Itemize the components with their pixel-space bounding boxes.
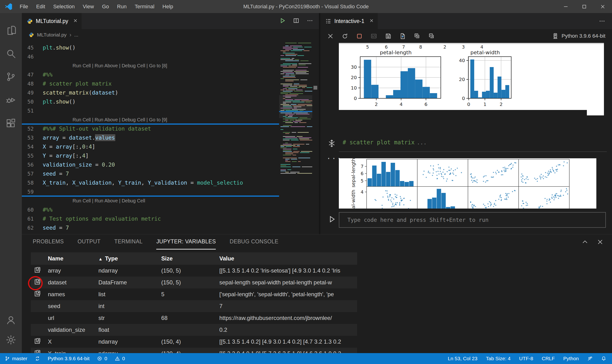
code-line: 46 [22, 52, 279, 61]
tab-interactive-1[interactable]: Interactive-1 [320, 13, 378, 29]
vscode-logo [4, 2, 13, 11]
variable-value: 0.2 [219, 326, 357, 333]
export-icon[interactable] [399, 33, 406, 39]
collapse-all-icon[interactable] [428, 33, 435, 39]
close-panel-icon[interactable] [597, 239, 603, 245]
maximize-icon[interactable] [575, 0, 594, 13]
open-in-data-viewer-icon[interactable] [34, 266, 41, 275]
tab-close-icon[interactable] [369, 18, 374, 24]
menu-terminal[interactable]: Terminal [131, 0, 158, 13]
panel-tab-debug-console[interactable]: DEBUG CONSOLE [229, 234, 278, 249]
variable-row-x_train[interactable]: X_trainndarray(120, 4)[[6.3 2.9 4.0 1.0]… [31, 348, 357, 353]
editor-tab-bar: MLTutorial.py [22, 13, 319, 29]
code-input[interactable] [339, 212, 606, 228]
interrupt-icon[interactable] [356, 33, 363, 39]
status-ln-53-col-23[interactable]: Ln 53, Col 23 [448, 356, 477, 361]
breadcrumb-file: MLTutorial.py [37, 32, 67, 38]
variable-value: https://raw.githubusercontent.com/jbrown… [219, 315, 357, 321]
run-python-file-icon[interactable] [279, 17, 286, 25]
code-line: 52#%%# Split-out validation dataset [22, 124, 279, 133]
variable-name: seed [48, 303, 98, 310]
variable-name: array [48, 267, 98, 274]
breadcrumb[interactable]: MLTutorial.py › ... [22, 29, 319, 40]
expand-all-icon[interactable] [414, 33, 421, 39]
svg-text:1: 1 [483, 102, 487, 107]
menu-run[interactable]: Run [113, 0, 131, 13]
codelens-row[interactable]: Run Cell | Run Above | Debug Cell | Go t… [22, 61, 279, 70]
window-title: MLTutorial.py - PyCon2019Booth - Visual … [243, 3, 369, 10]
tab-close-icon[interactable] [73, 18, 78, 24]
status-crlf[interactable]: CRLF [542, 356, 555, 361]
variable-row-array[interactable]: arrayndarray(150, 5)[[5.1 3.5 1.4 0.2 'I… [31, 265, 357, 276]
plot-stack-corner [587, 100, 604, 116]
open-in-data-viewer-icon[interactable] [34, 349, 41, 353]
status-sync[interactable] [35, 356, 40, 361]
restart-icon[interactable] [341, 33, 348, 39]
account-icon[interactable] [0, 310, 22, 330]
panel-tab-problems[interactable]: PROBLEMS [33, 234, 64, 249]
svg-text:petal-length: petal-length [380, 50, 412, 55]
save-icon[interactable] [385, 33, 392, 39]
variable-row-names[interactable]: nameslist5['sepal-length', 'sepal-width'… [31, 288, 357, 300]
status-python-3.9.6-64-bit[interactable]: Python 3.9.6 64-bit [48, 356, 89, 361]
open-in-data-viewer-icon[interactable] [34, 338, 41, 346]
codelens-row[interactable]: Run Cell | Run Above | Debug Cell [22, 196, 279, 205]
status-bell[interactable] [601, 356, 606, 361]
variable-row-dataset[interactable]: datasetDataFrame(150, 5)sepal-length sep… [31, 276, 357, 288]
close-window-icon[interactable] [594, 0, 612, 13]
status-python[interactable]: Python [563, 356, 579, 361]
svg-text:sepal-length: sepal-length [350, 158, 356, 187]
open-in-data-viewer-icon[interactable] [34, 290, 41, 299]
status-feedback[interactable] [587, 356, 593, 361]
column-header-name[interactable]: Name [48, 255, 98, 262]
more-actions-icon[interactable] [599, 13, 612, 29]
maximize-panel-icon[interactable] [582, 239, 588, 245]
column-header-value[interactable]: Value [219, 255, 357, 262]
status-utf-8[interactable]: UTF-8 [519, 356, 533, 361]
tab-mltutorial[interactable]: MLTutorial.py [22, 13, 81, 29]
more-actions-icon[interactable] [306, 17, 313, 25]
menu-file[interactable]: File [16, 0, 32, 13]
kernel-selector[interactable]: Python 3.9.6 64-bit [552, 33, 612, 39]
explorer-icon[interactable] [0, 19, 22, 42]
column-header-type[interactable]: ▲Type [98, 255, 161, 262]
minimize-icon[interactable] [557, 0, 575, 13]
close-icon[interactable] [327, 33, 334, 39]
menu-edit[interactable]: Edit [32, 0, 49, 13]
variable-row-x[interactable]: Xndarray(150, 4)[[5.1 3.5 1.4 0.2] [4.9 … [31, 336, 357, 348]
search-icon[interactable] [0, 42, 22, 65]
variable-row-url[interactable]: urlstr68https://raw.githubusercontent.co… [31, 312, 357, 324]
panel-tab-terminal[interactable]: TERMINAL [114, 234, 143, 249]
code-line: 45plt.show() [22, 43, 279, 52]
menu-go[interactable]: Go [98, 0, 113, 13]
code-editor[interactable]: 45plt.show()46Run Cell | Run Above | Deb… [22, 40, 279, 234]
code-line: 55Y = array[:,4] [22, 151, 279, 160]
svg-text:3: 3 [462, 44, 465, 50]
source-control-icon[interactable] [0, 65, 22, 88]
menu-view[interactable]: View [79, 0, 98, 13]
extensions-icon[interactable] [0, 112, 22, 135]
editor-scrollbar[interactable] [312, 40, 319, 234]
status-tab-size-4[interactable]: Tab Size: 4 [486, 356, 510, 361]
code-line: 62seed = 7 [22, 223, 279, 232]
code-line: 48# scatter plot matrix [22, 79, 279, 88]
run-and-debug-icon[interactable] [0, 88, 22, 112]
menu-selection[interactable]: Selection [49, 0, 79, 13]
variable-row-seed[interactable]: seedint7 [31, 300, 357, 312]
settings-icon[interactable] [0, 330, 22, 350]
codelens-row[interactable]: Run Cell | Run Above | Debug Cell | Go t… [22, 115, 279, 124]
column-header-size[interactable]: Size [161, 255, 219, 262]
panel-tab-output[interactable]: OUTPUT [78, 234, 101, 249]
status-0[interactable]: 0 [97, 356, 107, 361]
split-editor-icon[interactable] [293, 17, 299, 25]
menu-help[interactable]: Help [158, 0, 177, 13]
editor-actions [279, 13, 319, 29]
variable-row-validation_size[interactable]: validation_sizefloat0.2 [31, 324, 357, 336]
goto-cell-icon[interactable] [327, 139, 336, 149]
cell-more[interactable]: ... [417, 140, 427, 145]
status-master[interactable]: master [5, 356, 27, 361]
panel-tab-jupyter-variables[interactable]: JUPYTER: VARIABLES [156, 234, 216, 249]
minimap[interactable] [279, 40, 312, 234]
run-input-icon[interactable] [327, 215, 336, 224]
status-0[interactable]: 0 [115, 356, 125, 361]
